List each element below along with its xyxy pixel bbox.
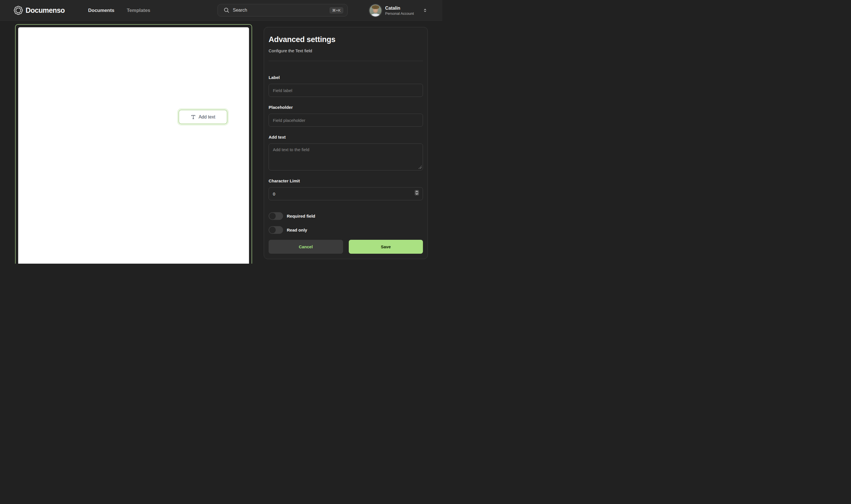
search-shortcut-badge: ⌘+K xyxy=(330,7,343,14)
cancel-button[interactable]: Cancel xyxy=(269,240,343,254)
avatar xyxy=(369,4,382,17)
add-text-textarea[interactable] xyxy=(269,143,423,170)
account-menu-button[interactable]: Catalin Personal Account xyxy=(369,0,414,21)
nav-tab-documents[interactable]: Documents xyxy=(88,0,114,21)
type-icon xyxy=(191,114,196,120)
text-field-widget[interactable]: Add text xyxy=(178,110,227,124)
number-stepper[interactable] xyxy=(415,190,419,196)
stepper-up-icon xyxy=(415,191,418,193)
read-only-label: Read only xyxy=(287,228,307,232)
document-page: Add text xyxy=(18,27,249,264)
account-type: Personal Account xyxy=(385,11,414,16)
top-navigation-bar: Documenso Documents Templates Search ⌘+K… xyxy=(0,0,442,21)
placeholder-field-label: Placeholder xyxy=(269,105,423,110)
required-field-row: Required field xyxy=(269,212,423,220)
search-placeholder: Search xyxy=(233,8,330,13)
textarea-resize-handle[interactable] xyxy=(419,166,422,169)
brand-logo[interactable]: Documenso xyxy=(14,0,65,21)
read-only-row: Read only xyxy=(269,226,423,234)
character-limit-input[interactable] xyxy=(269,187,423,200)
chevrons-up-down-icon xyxy=(423,8,427,14)
document-drop-zone: Add text xyxy=(15,24,252,264)
panel-subtitle: Configure the Text field xyxy=(269,48,423,54)
character-limit-field-label: Character Limit xyxy=(269,178,423,184)
save-button[interactable]: Save xyxy=(349,240,423,254)
label-field-label: Label xyxy=(269,75,423,80)
nav-tab-templates-label: Templates xyxy=(127,8,150,13)
search-icon xyxy=(224,7,229,13)
nav-tab-documents-label: Documents xyxy=(88,8,114,13)
documenso-seal-icon xyxy=(14,6,23,15)
panel-title: Advanced settings xyxy=(269,35,423,44)
required-field-label: Required field xyxy=(287,214,315,218)
panel-actions: Cancel Save xyxy=(269,240,423,254)
add-text-field-label: Add text xyxy=(269,134,423,140)
label-input[interactable] xyxy=(269,84,423,97)
read-only-toggle[interactable] xyxy=(269,226,283,234)
required-field-toggle[interactable] xyxy=(269,212,283,220)
stepper-down-icon xyxy=(415,193,418,195)
brand-name: Documenso xyxy=(25,6,65,15)
divider xyxy=(269,61,423,61)
toggle-knob xyxy=(269,227,276,233)
toggle-knob xyxy=(269,213,276,219)
text-field-widget-label: Add text xyxy=(199,114,215,120)
search-input[interactable]: Search ⌘+K xyxy=(217,4,348,17)
advanced-settings-panel: Advanced settings Configure the Text fie… xyxy=(264,27,428,259)
account-name: Catalin xyxy=(385,5,414,11)
nav-tab-templates[interactable]: Templates xyxy=(127,0,150,21)
placeholder-input[interactable] xyxy=(269,114,423,127)
app-root: Documenso Documents Templates Search ⌘+K… xyxy=(0,0,442,264)
